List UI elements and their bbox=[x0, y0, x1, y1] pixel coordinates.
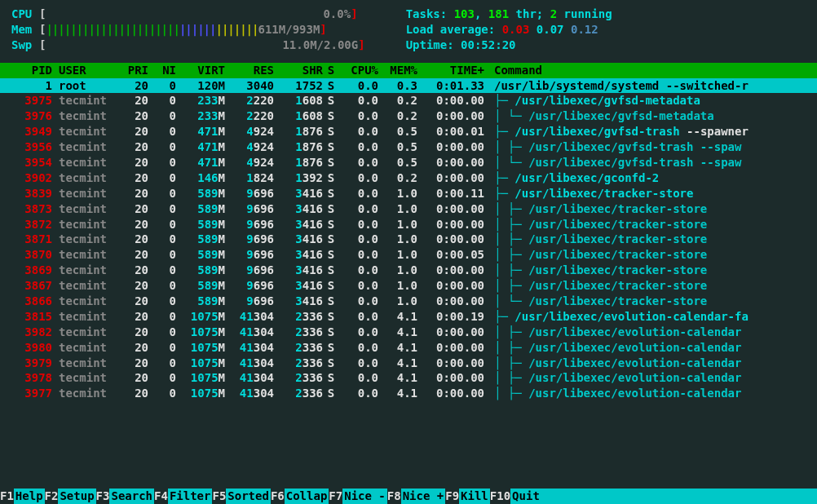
col-mem[interactable]: MEM% bbox=[378, 63, 417, 78]
mem-meter: Mem [ ||||||||||||||||||||||||||||||||||… bbox=[11, 22, 365, 38]
process-row[interactable]: 3976tecmint200233M22201608S0.00.20:00.00… bbox=[0, 108, 817, 124]
process-row[interactable]: 3866tecmint200589M96963416S0.01.00:00.00… bbox=[0, 294, 817, 309]
header: CPU [ 0.0% ] Mem [ |||||||||||||||||||||… bbox=[0, 0, 817, 55]
tree-icon: │ ├─ bbox=[494, 248, 528, 261]
tree-icon: │ └─ bbox=[494, 294, 528, 307]
process-row[interactable]: 3870tecmint200589M96963416S0.01.00:00.05… bbox=[0, 247, 817, 263]
process-row[interactable]: 3977tecmint2001075M413042336S0.04.10:00.… bbox=[0, 386, 817, 401]
fkey-f5[interactable]: F5Sorted bbox=[212, 489, 270, 504]
col-time[interactable]: TIME+ bbox=[417, 63, 484, 78]
col-shr[interactable]: SHR bbox=[274, 63, 323, 78]
tree-icon: ├─ bbox=[494, 125, 514, 138]
process-row[interactable]: 3839tecmint200589M96963416S0.01.00:00.11… bbox=[0, 186, 817, 201]
uptime-line: Uptime: 00:52:20 bbox=[406, 38, 612, 53]
mem-total: 993M bbox=[293, 22, 320, 38]
fkey-f10[interactable]: F10Quit bbox=[490, 489, 541, 504]
col-s[interactable]: S bbox=[323, 63, 339, 78]
tree-icon: │ ├─ bbox=[494, 341, 528, 354]
swp-used: 11.0M bbox=[282, 38, 316, 53]
process-row[interactable]: 3975tecmint200233M22201608S0.00.20:00.00… bbox=[0, 93, 817, 108]
fkey-f4[interactable]: F4Filter bbox=[154, 489, 212, 504]
process-row[interactable]: 3872tecmint200589M96963416S0.01.00:00.00… bbox=[0, 217, 817, 232]
process-row[interactable]: 3978tecmint2001075M413042336S0.04.10:00.… bbox=[0, 370, 817, 386]
tree-icon: │ ├─ bbox=[494, 325, 528, 338]
tree-icon: │ └─ bbox=[494, 156, 528, 169]
tree-icon: │ ├─ bbox=[494, 371, 528, 384]
fkey-f3[interactable]: F3Search bbox=[96, 489, 154, 504]
col-res[interactable]: RES bbox=[225, 63, 274, 78]
cpu-label: CPU bbox=[11, 7, 39, 22]
tree-icon: │ ├─ bbox=[494, 218, 528, 231]
tree-icon: ├─ bbox=[494, 94, 514, 107]
cpu-meter: CPU [ 0.0% ] bbox=[11, 7, 365, 22]
col-pri[interactable]: PRI bbox=[116, 63, 148, 78]
tree-icon: │ ├─ bbox=[494, 279, 528, 292]
process-row[interactable]: 3949tecmint200471M49241876S0.00.50:00.01… bbox=[0, 124, 817, 139]
mem-used: 611M bbox=[258, 22, 285, 38]
cpu-percent: 0.0% bbox=[323, 7, 351, 22]
fkey-f9[interactable]: F9Kill bbox=[445, 489, 490, 504]
col-pid[interactable]: PID bbox=[11, 63, 52, 78]
process-row[interactable]: 3954tecmint200471M49241876S0.00.50:00.00… bbox=[0, 155, 817, 170]
col-cpu[interactable]: CPU% bbox=[339, 63, 378, 78]
tree-icon: │ ├─ bbox=[494, 356, 528, 369]
column-header[interactable]: PID USER PRI NI VIRT RES SHR S CPU% MEM%… bbox=[0, 63, 817, 78]
tasks-line: Tasks: 103, 181 thr; 2 running bbox=[406, 7, 612, 22]
tree-icon: │ ├─ bbox=[494, 202, 528, 215]
fkey-f8[interactable]: F8Nice + bbox=[387, 489, 445, 504]
process-list[interactable]: 3975tecmint200233M22201608S0.00.20:00.00… bbox=[0, 93, 817, 401]
fkey-f6[interactable]: F6Collap bbox=[271, 489, 329, 504]
tree-icon: │ ├─ bbox=[494, 140, 528, 153]
tree-icon: ├─ bbox=[494, 187, 514, 200]
process-row[interactable]: 3902tecmint200146M18241392S0.00.20:00.00… bbox=[0, 170, 817, 186]
tree-icon: ├─ bbox=[494, 171, 514, 184]
process-row[interactable]: 3871tecmint200589M96963416S0.01.00:00.00… bbox=[0, 232, 817, 247]
col-ni[interactable]: NI bbox=[148, 63, 176, 78]
process-row[interactable]: 3867tecmint200589M96963416S0.01.00:00.00… bbox=[0, 278, 817, 294]
col-user[interactable]: USER bbox=[52, 63, 116, 78]
col-virt[interactable]: VIRT bbox=[176, 63, 225, 78]
load-line: Load average: 0.03 0.07 0.12 bbox=[406, 22, 612, 38]
process-row[interactable]: 3980tecmint2001075M413042336S0.04.10:00.… bbox=[0, 340, 817, 356]
fkey-f1[interactable]: F1Help bbox=[0, 489, 45, 504]
col-cmd[interactable]: Command bbox=[484, 63, 817, 78]
process-row[interactable]: 3956tecmint200471M49241876S0.00.50:00.00… bbox=[0, 139, 817, 155]
tree-icon: │ └─ bbox=[494, 109, 528, 122]
tree-icon: │ ├─ bbox=[494, 387, 528, 400]
process-row[interactable]: 3869tecmint200589M96963416S0.01.00:00.00… bbox=[0, 263, 817, 278]
tree-icon: │ ├─ bbox=[494, 232, 528, 245]
swp-meter: Swp [ 11.0M/2.00G ] bbox=[11, 38, 365, 53]
tree-icon: │ ├─ bbox=[494, 263, 528, 276]
process-row[interactable]: 3815tecmint2001075M413042336S0.04.10:00.… bbox=[0, 309, 817, 325]
process-row[interactable]: 3873tecmint200589M96963416S0.01.00:00.00… bbox=[0, 201, 817, 217]
swp-total: 2.00G bbox=[324, 38, 358, 53]
swp-label: Swp bbox=[11, 38, 39, 53]
tree-icon: ├─ bbox=[494, 310, 514, 323]
footer-bar: F1Help F2Setup F3SearchF4FilterF5SortedF… bbox=[0, 489, 817, 504]
mem-label: Mem bbox=[11, 22, 39, 38]
fkey-f7[interactable]: F7Nice - bbox=[329, 489, 386, 504]
selected-row[interactable]: 1 root 20 0 120M 3040 1752 S 0.0 0.3 0:0… bbox=[0, 78, 817, 94]
fkey-f2[interactable]: F2Setup bbox=[45, 489, 96, 504]
process-row[interactable]: 3979tecmint2001075M413042336S0.04.10:00.… bbox=[0, 356, 817, 371]
process-row[interactable]: 3982tecmint2001075M413042336S0.04.10:00.… bbox=[0, 325, 817, 340]
